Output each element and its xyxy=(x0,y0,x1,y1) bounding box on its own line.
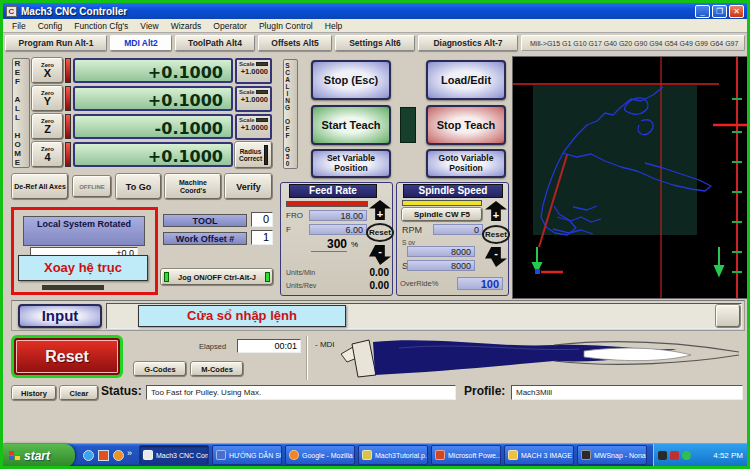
axis-z-led xyxy=(65,114,71,139)
override-label: OverRide% xyxy=(400,279,438,288)
zero-4-button[interactable]: Zero4 xyxy=(32,142,63,167)
fro-value[interactable]: 18.00 xyxy=(309,210,367,221)
feed-reset-button[interactable]: Reset xyxy=(366,223,394,242)
load-edit-button[interactable]: Load/Edit xyxy=(426,60,506,100)
menu-config[interactable]: Config xyxy=(33,20,68,32)
task-firefox[interactable]: Google - Mozilla ... xyxy=(285,445,355,465)
task-powerpoint[interactable]: Microsoft Powe... xyxy=(431,445,501,465)
fro-percent-sign: % xyxy=(351,240,358,249)
spindle-reset-button[interactable]: Reset xyxy=(482,225,510,244)
tray-icon-1[interactable] xyxy=(658,451,667,460)
window-title: Mach3 CNC Controller xyxy=(21,6,127,17)
task-word-doc[interactable]: HƯỚNG DẪN SỬ... xyxy=(212,445,282,465)
menu-function-cfgs[interactable]: Function Cfg's xyxy=(69,20,133,32)
toolpath-display[interactable] xyxy=(512,56,749,299)
input-scroll-thumb[interactable] xyxy=(716,305,740,327)
dro-4[interactable]: +0.1000 xyxy=(73,142,233,167)
toolpath-graphic xyxy=(513,57,748,298)
mach3-logo xyxy=(339,336,745,380)
scale-x[interactable]: Scale +1.0000 xyxy=(235,58,272,84)
zero-y-button[interactable]: ZeroY xyxy=(32,86,63,111)
axis-row-x: ZeroX +0.1000 Scale +1.0000 xyxy=(3,58,283,84)
menu-operator[interactable]: Operator xyxy=(208,20,252,32)
modal-gcode-line: Mill->G15 G1 G10 G17 G40 G20 G90 G94 G54… xyxy=(521,35,745,51)
mach3-logo-graphic xyxy=(339,336,745,380)
start-button[interactable]: start xyxy=(3,444,75,467)
menu-wizards[interactable]: Wizards xyxy=(166,20,207,32)
minimize-button[interactable]: _ xyxy=(695,5,710,18)
rpm-value[interactable]: 0 xyxy=(433,224,483,235)
menu-file[interactable]: File xyxy=(7,20,31,32)
teach-status-led xyxy=(400,107,416,143)
tab-toolpath[interactable]: ToolPath Alt4 xyxy=(175,35,255,51)
axis-row-z: ZeroZ -0.1000 Scale +1.0000 xyxy=(3,114,283,140)
stop-esc-button[interactable]: Stop (Esc) xyxy=(311,60,391,100)
tool-value[interactable]: 0 xyxy=(251,212,273,227)
units-min-value: 0.00 xyxy=(339,267,389,278)
mcodes-button[interactable]: M-Codes xyxy=(191,362,243,376)
task-mach3[interactable]: Mach3 CNC Con... xyxy=(139,445,209,465)
set-variable-position-button[interactable]: Set Variable Position xyxy=(311,149,391,178)
tray-icon-3[interactable] xyxy=(682,451,691,460)
mode-indicator: - MDI xyxy=(315,340,335,349)
spindle-cw-button[interactable]: Spindle CW F5 xyxy=(402,208,482,221)
stop-teach-button[interactable]: Stop Teach xyxy=(426,105,506,145)
task-tutorial[interactable]: Mach3Tutorial.p... xyxy=(358,445,428,465)
reset-button[interactable]: Reset xyxy=(14,338,120,375)
quicklaunch-icon-2[interactable] xyxy=(98,450,109,461)
close-button[interactable]: ✕ xyxy=(729,5,744,18)
override-value[interactable]: 100 xyxy=(457,277,503,290)
tab-program-run[interactable]: Program Run Alt-1 xyxy=(5,35,107,51)
quicklaunch-icon-3[interactable] xyxy=(113,450,124,461)
zero-x-button[interactable]: ZeroX xyxy=(32,58,63,83)
gcodes-button[interactable]: G-Codes xyxy=(134,362,186,376)
powerpoint-task-icon xyxy=(435,450,445,460)
jog-led-right xyxy=(265,272,270,282)
sov-value[interactable]: 8000 xyxy=(407,246,475,257)
zero-z-button[interactable]: ZeroZ xyxy=(32,114,63,139)
machine-coords-button[interactable]: Machine Coord's xyxy=(165,174,221,199)
quicklaunch-chevron-icon[interactable]: » xyxy=(127,448,132,458)
quicklaunch-icon-1[interactable] xyxy=(83,450,94,461)
work-offset-value[interactable]: 1 xyxy=(251,230,273,245)
reset-row-divider xyxy=(306,336,308,380)
menu-view[interactable]: View xyxy=(135,20,163,32)
fro-percent-value[interactable]: 300 xyxy=(311,237,347,252)
input-button[interactable]: Input xyxy=(18,304,102,328)
task-folder[interactable]: MACH 3 IMAGE xyxy=(504,445,574,465)
tab-mdi[interactable]: MDI Alt2 xyxy=(110,35,172,51)
deref-all-axes-button[interactable]: De-Ref All Axes xyxy=(12,174,68,199)
menu-plugin-control[interactable]: PlugIn Control xyxy=(254,20,318,32)
offline-button[interactable]: OFFLINE xyxy=(73,176,111,197)
feed-up-arrow-icon[interactable]: + xyxy=(369,200,391,220)
spindle-down-arrow-icon[interactable]: - xyxy=(485,247,507,267)
history-button[interactable]: History xyxy=(12,386,56,400)
f-label: F xyxy=(286,225,291,234)
scaling-off-indicator: SCALING OFF G50 xyxy=(283,59,298,169)
to-go-button[interactable]: To Go xyxy=(116,174,161,199)
clear-button[interactable]: Clear xyxy=(60,386,98,400)
scale-y[interactable]: Scale +1.0000 xyxy=(235,86,272,112)
task-mwsnap[interactable]: MWSnap - Noname xyxy=(577,445,647,465)
dro-z[interactable]: -0.1000 xyxy=(73,114,233,139)
system-tray: 4:52 PM xyxy=(653,444,747,467)
feed-down-arrow-icon[interactable]: - xyxy=(369,245,391,265)
tab-diagnostics[interactable]: Diagnostics Alt-7 xyxy=(418,35,518,51)
spindle-up-arrow-icon[interactable]: + xyxy=(485,201,507,221)
menu-help[interactable]: Help xyxy=(320,20,347,32)
f-value[interactable]: 6.00 xyxy=(309,224,367,235)
s-value[interactable]: 8000 xyxy=(407,260,475,271)
folder-task-icon xyxy=(508,450,518,460)
goto-variable-position-button[interactable]: Goto Variable Position xyxy=(426,149,506,178)
dro-y[interactable]: +0.1000 xyxy=(73,86,233,111)
verify-button[interactable]: Verify xyxy=(225,174,272,199)
tab-settings[interactable]: Settings Alt6 xyxy=(335,35,415,51)
maximize-button[interactable]: ❐ xyxy=(712,5,727,18)
tab-offsets[interactable]: Offsets Alt5 xyxy=(258,35,332,51)
jog-on-off-button[interactable]: Jog ON/OFF Ctrl-Alt-J xyxy=(161,269,273,285)
dro-x[interactable]: +0.1000 xyxy=(73,58,233,83)
tray-icon-2[interactable] xyxy=(670,451,679,460)
status-label: Status: xyxy=(101,384,142,398)
scale-z[interactable]: Scale +1.0000 xyxy=(235,114,272,140)
start-teach-button[interactable]: Start Teach xyxy=(311,105,391,145)
